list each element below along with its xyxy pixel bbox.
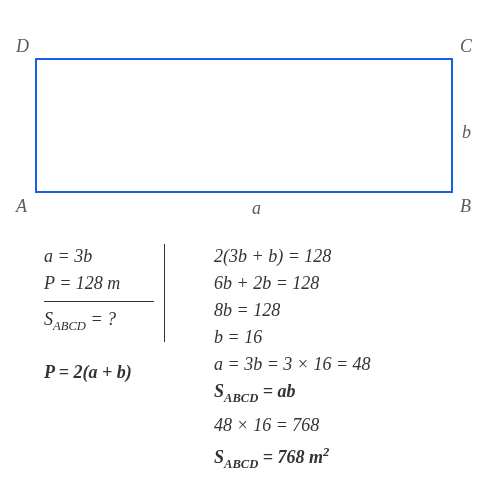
formula-rhs: 2(a + b)	[74, 362, 132, 382]
formula-lhs: P	[44, 362, 54, 382]
find-line: SABCD = ?	[44, 306, 194, 340]
side-a-label: a	[252, 198, 261, 219]
vertex-d-label: D	[16, 36, 29, 57]
s6-sub: ABCD	[224, 391, 258, 405]
given-p-rhs: 128 m	[76, 273, 121, 293]
given-vline	[164, 244, 165, 342]
vertex-a-label: A	[16, 196, 27, 217]
given-p-lhs: P	[44, 273, 55, 293]
step-5: a = 3b = 3 × 16 = 48	[214, 351, 474, 378]
find-sub: ABCD	[53, 319, 86, 333]
diagram-canvas: D C A B a b a = 3b P = 128 m SABCD = ? P…	[0, 0, 500, 500]
step-4: b = 16	[214, 324, 474, 351]
step-3: 8b = 128	[214, 297, 474, 324]
s8-rhs-a: = 768 m	[258, 447, 323, 467]
given-line-1: a = 3b	[44, 243, 194, 270]
given-a-rhs: 3b	[74, 246, 92, 266]
formula-eq: =	[54, 362, 73, 382]
find-s: S	[44, 309, 53, 329]
step-8-result: SABCD = 768 m2	[214, 439, 474, 478]
given-a-eq: =	[53, 246, 74, 266]
vertex-c-label: C	[460, 36, 472, 57]
given-a-lhs: a	[44, 246, 53, 266]
step-2: 6b + 2b = 128	[214, 270, 474, 297]
s8-exp: 2	[323, 445, 329, 459]
vertex-b-label: B	[460, 196, 471, 217]
find-eq: = ?	[86, 309, 116, 329]
perimeter-formula: P = 2(a + b)	[44, 360, 132, 385]
step-7: 48 × 16 = 768	[214, 412, 474, 439]
step-6-area-formula: SABCD = ab	[214, 378, 474, 412]
given-p-eq: =	[55, 273, 76, 293]
s6-lhs: S	[214, 381, 224, 401]
step-1: 2(3b + b) = 128	[214, 243, 474, 270]
s8-lhs: S	[214, 447, 224, 467]
given-divider	[44, 301, 154, 302]
side-b-label: b	[462, 122, 471, 143]
s6-rhs: = ab	[258, 381, 295, 401]
solution-block: 2(3b + b) = 128 6b + 2b = 128 8b = 128 b…	[214, 243, 474, 477]
rectangle-abcd	[35, 58, 453, 193]
s8-sub: ABCD	[224, 456, 258, 470]
given-block: a = 3b P = 128 m SABCD = ?	[44, 243, 194, 340]
given-line-2: P = 128 m	[44, 270, 194, 297]
